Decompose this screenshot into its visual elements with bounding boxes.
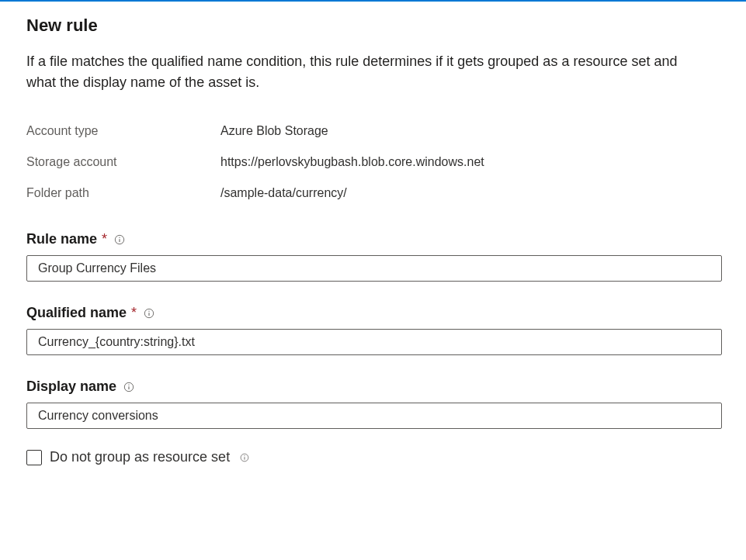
display-name-input[interactable] bbox=[26, 403, 722, 429]
required-mark: * bbox=[102, 231, 107, 247]
field-label: Qualified name bbox=[26, 305, 127, 321]
property-row-account-type: Account type Azure Blob Storage bbox=[26, 124, 721, 138]
do-not-group-checkbox[interactable] bbox=[26, 450, 42, 465]
property-row-folder-path: Folder path /sample-data/currency/ bbox=[26, 186, 721, 200]
field-display-name: Display name bbox=[26, 379, 721, 429]
properties-section: Account type Azure Blob Storage Storage … bbox=[26, 124, 721, 200]
info-icon[interactable] bbox=[113, 233, 126, 246]
field-rule-name: Rule name * bbox=[26, 231, 721, 282]
checkbox-row-do-not-group: Do not group as resource set bbox=[26, 449, 721, 465]
info-icon[interactable] bbox=[123, 381, 135, 393]
field-label-row: Display name bbox=[26, 379, 721, 395]
property-value: https://perlovskybugbash.blob.core.windo… bbox=[220, 155, 484, 169]
checkbox-label: Do not group as resource set bbox=[50, 449, 230, 465]
field-label-row: Rule name * bbox=[26, 231, 721, 247]
rule-name-input[interactable] bbox=[26, 255, 722, 282]
property-row-storage-account: Storage account https://perlovskybugbash… bbox=[26, 155, 721, 169]
field-label-row: Qualified name * bbox=[26, 305, 721, 321]
svg-point-8 bbox=[128, 384, 129, 385]
svg-point-2 bbox=[119, 237, 120, 237]
svg-point-11 bbox=[245, 455, 245, 456]
qualified-name-input[interactable] bbox=[26, 329, 722, 355]
field-label: Rule name bbox=[26, 231, 97, 247]
required-mark: * bbox=[131, 305, 137, 321]
page-description: If a file matches the qualified name con… bbox=[26, 51, 710, 93]
property-value: /sample-data/currency/ bbox=[220, 186, 347, 200]
property-label: Folder path bbox=[26, 186, 220, 200]
info-icon[interactable] bbox=[239, 452, 250, 463]
page-title: New rule bbox=[26, 16, 721, 36]
svg-point-5 bbox=[148, 310, 149, 311]
field-qualified-name: Qualified name * bbox=[26, 305, 721, 355]
field-label: Display name bbox=[26, 379, 116, 395]
property-value: Azure Blob Storage bbox=[220, 124, 328, 138]
property-label: Account type bbox=[26, 124, 220, 138]
property-label: Storage account bbox=[26, 155, 220, 169]
info-icon[interactable] bbox=[143, 307, 155, 320]
